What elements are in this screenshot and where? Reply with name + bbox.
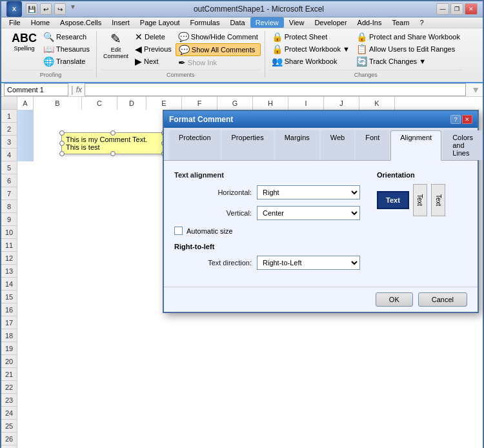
tab-alignment[interactable]: Alignment: [390, 130, 441, 161]
formula-sep: |: [71, 85, 74, 95]
allow-users-btn[interactable]: 📋 Allow Users to Edit Ranges: [354, 43, 463, 55]
protect-sheet-btn[interactable]: 🔒 Protect Sheet: [269, 31, 352, 43]
horizontal-select[interactable]: Left Center Right Justify Distributed: [257, 185, 360, 199]
menu-file[interactable]: File: [4, 17, 26, 28]
cancel-button[interactable]: Cancel: [418, 292, 467, 307]
orient-horizontal-btn[interactable]: Text: [377, 191, 409, 209]
protect-sheet-icon: 🔒: [272, 32, 283, 42]
close-btn[interactable]: ✕: [465, 3, 478, 15]
dialog-help-btn[interactable]: ?: [450, 115, 461, 124]
name-box[interactable]: Comment 1: [4, 83, 68, 96]
showhide-comment-btn[interactable]: 💬 Show/Hide Comment: [176, 31, 261, 43]
menu-addins[interactable]: Add-Ins: [352, 17, 387, 28]
menu-insert[interactable]: Insert: [106, 17, 135, 28]
protect-workbook-label: Protect Workbook ▼: [285, 45, 350, 53]
save-quick-btn[interactable]: 💾: [26, 3, 37, 15]
expand-icon[interactable]: ▼: [471, 85, 480, 95]
qs-arrow[interactable]: ▼: [70, 3, 76, 15]
dialog-close-btn[interactable]: ✕: [462, 115, 472, 124]
share-workbook-btn[interactable]: 👥 Share Workbook: [269, 56, 352, 67]
edit-comment-icon: ✎: [110, 32, 121, 45]
autosize-label[interactable]: Automatic size: [187, 227, 233, 235]
redo-quick-btn[interactable]: ↪: [54, 3, 66, 15]
menu-home[interactable]: Home: [26, 17, 55, 28]
vertical-select[interactable]: Top Center Bottom Justify Distributed: [257, 206, 360, 220]
ribbon: ABC Spelling 🔍 Research 📖 Thesaurus: [1, 28, 483, 83]
research-btn[interactable]: 🔍 Research: [41, 31, 92, 43]
thesaurus-icon: 📖: [43, 44, 54, 54]
translate-icon: 🌐: [43, 56, 54, 66]
dialog-body: Orientation Text Text Text: [164, 161, 478, 287]
show-all-label: Show All Comments: [192, 46, 255, 54]
delete-btn[interactable]: ✕ Delete: [132, 31, 174, 43]
dialog-tabs: Protection Properties Margins Web Font A…: [164, 128, 478, 161]
format-comment-dialog: Format Comment ? ✕ Protection Properties…: [163, 110, 479, 313]
next-btn[interactable]: ▶ Next: [132, 56, 174, 67]
comments-group-label: Comments: [101, 70, 261, 78]
autosize-checkbox[interactable]: [174, 227, 183, 235]
previous-icon: ◀: [135, 44, 142, 54]
protect-share-btn[interactable]: 🔒 Protect and Share Workbook: [354, 31, 463, 43]
formula-input[interactable]: [85, 83, 466, 96]
text-direction-label: Text direction:: [174, 259, 252, 267]
dialog-footer: OK Cancel: [164, 287, 478, 312]
menu-view[interactable]: View: [284, 17, 310, 28]
orient-vertical-left-btn[interactable]: Text: [413, 184, 427, 216]
showhide-icon: 💬: [178, 32, 189, 42]
text-direction-select[interactable]: Context Left-to-Right Right-to-Left: [257, 256, 360, 270]
protect-workbook-icon: 🔒: [272, 44, 283, 54]
share-workbook-icon: 👥: [272, 56, 283, 66]
ok-button[interactable]: OK: [376, 292, 413, 307]
next-label: Next: [144, 57, 159, 65]
track-changes-btn[interactable]: 🔄 Track Changes ▼: [354, 56, 463, 67]
restore-btn[interactable]: ❐: [450, 3, 463, 15]
window-controls: — ❐ ✕: [436, 3, 478, 15]
window-title: outCommentShape1 - Microsoft Excel: [81, 5, 436, 14]
changes-group-label: Changes: [269, 70, 463, 78]
text-direction-row: Text direction: Context Left-to-Right Ri…: [174, 256, 467, 270]
edit-comment-btn[interactable]: ✎ EditComment: [101, 31, 131, 61]
tab-properties[interactable]: Properties: [222, 130, 274, 160]
orientation-title: Orientation: [377, 171, 467, 179]
title-bar: X 💾 ↩ ↪ ▼ outCommentShape1 - Microsoft E…: [1, 1, 483, 17]
undo-quick-btn[interactable]: ↩: [40, 3, 52, 15]
comments-small-btns: ✕ Delete ◀ Previous ▶ Next: [132, 31, 174, 67]
minimize-btn[interactable]: —: [436, 3, 449, 15]
protect-share-icon: 🔒: [356, 32, 367, 42]
menu-review[interactable]: Review: [250, 17, 284, 28]
orient-vertical-right-btn[interactable]: Text: [431, 184, 445, 216]
thesaurus-btn[interactable]: 📖 Thesaurus: [41, 43, 92, 55]
share-workbook-label: Share Workbook: [285, 57, 338, 65]
horizontal-label: Horizontal:: [174, 188, 252, 196]
track-changes-icon: 🔄: [356, 56, 367, 66]
tab-web[interactable]: Web: [321, 130, 354, 160]
proofing-group-label: Proofing: [9, 70, 92, 78]
menu-help[interactable]: ?: [414, 17, 429, 28]
tab-margins[interactable]: Margins: [275, 130, 319, 160]
menu-developer[interactable]: Developer: [309, 17, 352, 28]
show-ink-btn[interactable]: ✒ Show Ink: [176, 57, 261, 68]
protect-workbook-btn[interactable]: 🔒 Protect Workbook ▼: [269, 43, 352, 55]
tab-font[interactable]: Font: [356, 130, 389, 160]
translate-btn[interactable]: 🌐 Translate: [41, 56, 92, 67]
changes-col2: 🔒 Protect and Share Workbook 📋 Allow Use…: [354, 31, 463, 67]
menu-aspose[interactable]: Aspose.Cells: [55, 17, 106, 28]
ribbon-group-changes: 🔒 Protect Sheet 🔒 Protect Workbook ▼ 👥 S…: [267, 31, 467, 78]
menu-team[interactable]: Team: [387, 17, 414, 28]
dialog-titlebar: Format Comment ? ✕: [164, 111, 478, 128]
show-all-comments-btn[interactable]: 💬 Show All Comments: [176, 43, 261, 56]
spelling-btn[interactable]: ABC Spelling: [9, 31, 39, 53]
menu-formulas[interactable]: Formulas: [185, 17, 225, 28]
ribbon-group-proofing: ABC Spelling 🔍 Research 📖 Thesaurus: [6, 31, 97, 78]
content-area: A B C D E F G H I J K 1 2 3 4: [1, 97, 483, 448]
tab-protection[interactable]: Protection: [169, 130, 221, 160]
orient-h-text: Text: [386, 196, 400, 204]
menu-data[interactable]: Data: [225, 17, 250, 28]
delete-label: Delete: [145, 33, 165, 41]
previous-btn[interactable]: ◀ Previous: [132, 43, 174, 55]
dialog-title-buttons: ? ✕: [450, 115, 472, 124]
tab-colors-lines[interactable]: Colors and Lines: [443, 130, 483, 160]
delete-icon: ✕: [135, 32, 143, 42]
menu-pagelayout[interactable]: Page Layout: [135, 17, 185, 28]
rtl-section: Right-to-left Text direction: Context Le…: [174, 243, 467, 270]
